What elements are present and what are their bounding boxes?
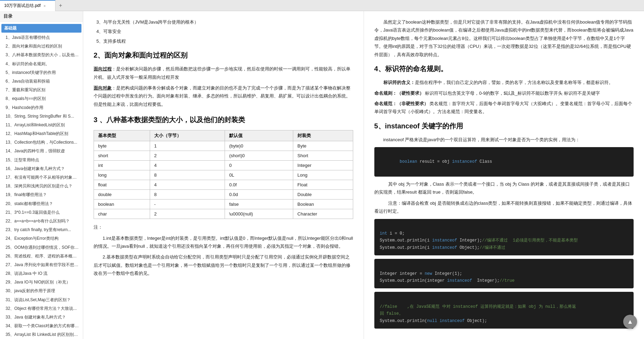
- table-cell-0-2: (byte)0: [225, 141, 293, 151]
- section3-heading: 3 、八种基本数据类型的大小，以及他们的封装类: [94, 115, 353, 126]
- boolean-intro: 虽然定义了boolean这种数据类型，但是只对它提供了非常有限的支持。在Java…: [374, 18, 634, 59]
- sidebar-item-13[interactable]: 13、Collection包结构，与Collections...: [0, 138, 83, 147]
- note-label: 注：: [94, 223, 353, 231]
- sidebar-item-28[interactable]: 28、说说Java 中 IO 流: [0, 269, 83, 278]
- table-cell-5-1: 8: [150, 190, 225, 200]
- sidebar-title: 目录: [0, 11, 83, 22]
- mianxiang-duixiang-text: ：是把构成问题的事务分解成各个对象，而建立对象的目的也不是为了完成一个个步骤，而…: [94, 85, 350, 107]
- scroll-top-button[interactable]: ▲: [623, 315, 637, 329]
- right-pane: 虽然定义了boolean这种数据类型，但是只对它提供了非常有限的支持。在Java…: [364, 11, 644, 339]
- table-cell-2-1: 4: [150, 161, 225, 170]
- tab-add-button[interactable]: +: [55, 0, 66, 11]
- sidebar-item-29[interactable]: 29、Java IO与 NIO的区别（补充）: [0, 278, 83, 287]
- scroll-top-icon: ▲: [627, 318, 633, 325]
- mingming-guize1-text: 标识符可以包含英文字母，0-9的数字，$以及_标识符不能以数字开头 标识符不是关…: [425, 91, 600, 96]
- sidebar-item-20[interactable]: 20、static都有哪些用法？: [0, 200, 83, 208]
- sidebar-item-19[interactable]: 19、final有哪些用法？: [0, 190, 83, 199]
- sidebar-item-31[interactable]: 31、说说List,Set,Map三者的区别？: [0, 296, 83, 304]
- mingming-guize1: 命名规则：（硬性要求） 标识符可以包含英文字母，0-9的数字，$以及_标识符不能…: [374, 89, 634, 97]
- biaoshi-hanyi: 标识符的含义：是指在程序中，我们自己定义的内容，譬如，类的名字，方法名称以及变量…: [374, 78, 634, 86]
- table-cell-6-3: Boolean: [293, 200, 353, 209]
- sidebar-item-27[interactable]: 27、Java 序列化中如果有些字段不想进行...: [0, 261, 83, 269]
- sidebar-item-10[interactable]: 10、String, String StringBuffer 和 S...: [0, 112, 83, 121]
- instanceof-intro: instanceof 严格来说是java中的一个双目运算符，用来测试一个对象是否…: [374, 136, 634, 144]
- tab-item-pdf[interactable]: 10万字面试总结.pdf ×: [0, 0, 55, 11]
- table-cell-4-3: Float: [293, 180, 353, 190]
- sidebar-item-2[interactable]: 2、面向对象和面向过程的区别: [0, 42, 83, 51]
- table-cell-3-3: Long: [293, 170, 353, 180]
- sidebar-item-25[interactable]: 25、OOM你遇到过哪些情况，SOF你遇...: [0, 243, 83, 252]
- note2-text: 2.基本数据类型在声明时系统会自动给它分配空间，而引用类型声明时只是分配了引用空…: [94, 253, 353, 277]
- table-cell-7-3: Character: [293, 209, 353, 219]
- sidebar-item-1[interactable]: 1、Java语言有哪些特点: [0, 33, 83, 42]
- sidebar: 目录 基础题 1、Java语言有哪些特点2、面向对象和面向过程的区别3、八种基本…: [0, 11, 83, 339]
- section2-heading: 2、面向对象和面向过程的区别: [94, 51, 353, 61]
- table-header-wrapper: 封装类: [293, 130, 353, 141]
- table-cell-6-2: false: [225, 200, 293, 209]
- table-cell-1-0: short: [94, 151, 150, 161]
- note1-text: 1.int是基本数据类型，Integer是int的封装类，是引用类型。int默认…: [94, 234, 353, 251]
- table-cell-2-0: int: [94, 161, 150, 170]
- sidebar-item-18[interactable]: 18、深拷贝和浅拷贝的区别是什么？: [0, 182, 83, 190]
- mianxiang-guocheng-para: 面向过程：是分析解决问题的步骤，然后用函数把这些步骤一步一步地实现，然后在使用的…: [94, 65, 353, 81]
- content-area: 3、与平台无关性（JVM是Java跨平台使用的根本） 4、可靠安全 5、支持多线…: [83, 11, 644, 339]
- code-block-2: int i = 0; System.out.println(i instance…: [374, 219, 634, 256]
- mianxiang-guocheng-text: ：是分析解决问题的步骤，然后用函数把这些步骤一步一步地实现，然后在使用的时候一一…: [94, 66, 350, 79]
- sidebar-item-34[interactable]: 34、获取一个类Class对象的方式有哪些...: [0, 322, 83, 330]
- sidebar-item-35[interactable]: 35、ArrayList 和 LinkedList 的区别别有...: [0, 330, 83, 339]
- sidebar-item-4[interactable]: 4、标识符的命名规则。: [0, 60, 83, 68]
- table-cell-3-1: 8: [150, 170, 225, 180]
- table-cell-1-2: (short)0: [225, 151, 293, 161]
- sidebar-item-22[interactable]: 22、a==a+b==a+b有什么区别吗？: [0, 217, 83, 226]
- sidebar-item-26[interactable]: 26、简述线程、程序、进程的基本概念...: [0, 252, 83, 261]
- sidebar-item-7[interactable]: 7、重载和重写的区别: [0, 86, 83, 94]
- table-cell-3-0: long: [94, 170, 150, 180]
- sidebar-item-12[interactable]: 12、HashMap和HashTable的区别: [0, 129, 83, 138]
- mianxiang-duixiang-para: 面向对象：是把构成问题的事务分解成各个对象，而建立对象的目的也不是为了完成一个个…: [94, 84, 353, 108]
- table-cell-7-2: \u0000(null): [225, 209, 293, 219]
- numbered-item-3: 3、与平台无关性（JVM是Java跨平台使用的根本）: [96, 18, 353, 26]
- table-header-size: 大小（字节）: [150, 130, 225, 141]
- table-cell-4-2: 0.0f: [225, 180, 293, 190]
- sidebar-item-3[interactable]: 3、八种基本数据类型的大小，以及他们的...: [0, 51, 83, 59]
- sidebar-item-32[interactable]: 32、Object 有哪些常用方法？大致说...: [0, 304, 83, 313]
- sidebar-list: 基础题 1、Java语言有哪些特点2、面向对象和面向过程的区别3、八种基本数据类…: [0, 22, 83, 339]
- basic-types-table: 基本类型 大小（字节） 默认值 封装类 byte1(byte)0Byteshor…: [94, 130, 353, 219]
- sidebar-item-21[interactable]: 21、3*0.1==0.3返回值是什么: [0, 208, 83, 217]
- sidebar-item-15[interactable]: 15、泛型常用特点: [0, 156, 83, 164]
- sidebar-item-33[interactable]: 33、Java 创建对象有几种方式？: [0, 313, 83, 322]
- table-cell-0-1: 1: [150, 141, 225, 151]
- tab-close-button[interactable]: ×: [43, 4, 45, 8]
- sidebar-item-30[interactable]: 30、java反射的作用于原理: [0, 287, 83, 295]
- sidebar-item-11[interactable]: 11、ArrayList和linkedList的区别: [0, 121, 83, 129]
- sidebar-item-24[interactable]: 24、Exception与Error类结构: [0, 234, 83, 243]
- code-block-4: //false ,在 JavaSE规范 中对 instanceof 运算符的规定…: [374, 292, 634, 329]
- table-cell-5-3: Double: [293, 190, 353, 200]
- mingming-guize2: 命名规范：（非硬性要求） 类名规范：首字符大写，后面每个单词首字母大写（大驼峰式…: [374, 100, 634, 116]
- code-block-1: boolean result = obj instanceof Class: [374, 147, 634, 177]
- sidebar-item-14[interactable]: 14、Java的四种引用，强弱软虚: [0, 147, 83, 155]
- table-cell-0-0: byte: [94, 141, 150, 151]
- sidebar-item-9[interactable]: 9、Hashcode的作用: [0, 103, 83, 112]
- mianxiang-guocheng-label: 面向过程: [94, 66, 112, 71]
- sidebar-item-6[interactable]: 6、Java自动装箱和拆箱: [0, 77, 83, 86]
- table-header-default: 默认值: [225, 130, 293, 141]
- sidebar-item-23[interactable]: 23、try catch finally, try里有return...: [0, 226, 83, 234]
- table-cell-7-0: char: [94, 209, 150, 219]
- table-cell-5-2: 0.0d: [225, 190, 293, 200]
- table-cell-2-2: 0: [225, 161, 293, 170]
- instanceof-explain: 其中 obj 为一个对象，Class 表示一个类或者一个接口，当 obj 为 C…: [374, 180, 634, 196]
- left-pane: 3、与平台无关性（JVM是Java跨平台使用的根本） 4、可靠安全 5、支持多线…: [83, 11, 364, 339]
- tab-title: 10万字面试总结.pdf: [4, 3, 41, 9]
- table-cell-7-1: 2: [150, 209, 225, 219]
- sidebar-section-basic[interactable]: 基础题: [1, 24, 81, 33]
- table-header-type: 基本类型: [94, 130, 150, 141]
- sidebar-item-16[interactable]: 16、Java创建对象有几种方式？: [0, 164, 83, 173]
- sidebar-item-8[interactable]: 8、equals与==的区别: [0, 94, 83, 103]
- numbered-item-4: 4、可靠安全: [96, 27, 353, 35]
- table-cell-4-0: float: [94, 180, 150, 190]
- sidebar-item-17[interactable]: 17、有没有可能两个不从相等的对象有相同...: [0, 173, 83, 182]
- table-cell-3-2: 0L: [225, 170, 293, 180]
- mingming-guize1-label: 命名规则：（硬性要求）: [374, 91, 424, 96]
- sidebar-item-5[interactable]: 5、instanceof关键字的作用: [0, 68, 83, 77]
